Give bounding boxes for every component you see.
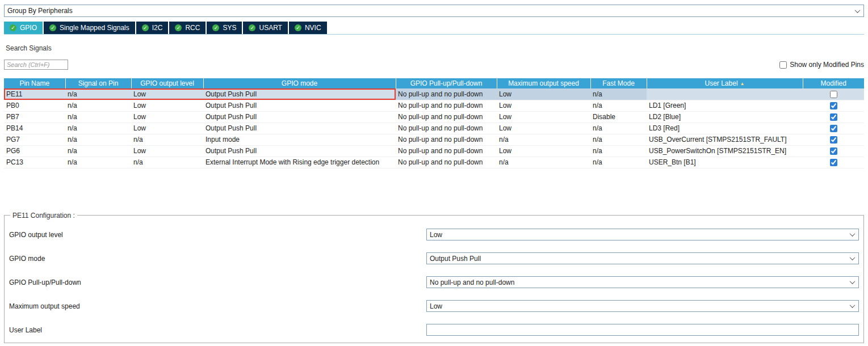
column-header-gpio-mode[interactable]: GPIO mode — [203, 78, 396, 88]
group-by-select[interactable]: Group By Peripherals — [4, 5, 864, 17]
search-input[interactable] — [4, 60, 68, 70]
cell-pull: No pull-up and no pull-down — [396, 157, 497, 168]
cell-fast: n/a — [590, 100, 647, 111]
tab-rcc[interactable]: RCC — [169, 22, 206, 34]
cell-signal: n/a — [65, 111, 131, 123]
chevron-down-icon — [850, 255, 856, 260]
select-value: Output Push Pull — [430, 255, 481, 263]
gpio-mode-select[interactable]: Output Push Pull — [426, 252, 859, 264]
pin-row-pg7[interactable]: PG7n/an/aInput modeNo pull-up and no pul… — [4, 134, 864, 145]
chevron-down-icon — [855, 7, 861, 13]
tab-label: SYS — [223, 24, 236, 32]
column-header-gpio-pull-up-pull-down[interactable]: GPIO Pull-up/Pull-down — [396, 78, 497, 88]
cell-level: n/a — [131, 157, 203, 168]
check-circle-icon — [49, 24, 56, 31]
pin-row-pb7[interactable]: PB7n/aLowOutput Push PullNo pull-up and … — [4, 111, 864, 123]
check-circle-icon — [142, 24, 149, 31]
show-modified-checkbox[interactable] — [779, 61, 787, 69]
config-field-label: GPIO Pull-up/Pull-down — [9, 279, 426, 286]
cell-speed: n/a — [497, 134, 590, 145]
cell-signal: n/a — [65, 157, 131, 168]
cell-pull: No pull-up and no pull-down — [396, 123, 497, 134]
column-header-label: User Label — [705, 79, 738, 87]
cell-modified — [803, 88, 864, 100]
show-modified-label: Show only Modified Pins — [790, 61, 864, 69]
config-rows: GPIO output levelLowGPIO modeOutput Push… — [9, 223, 859, 342]
select-value: No pull-up and no pull-down — [430, 279, 514, 286]
tab-gpio[interactable]: GPIO — [4, 22, 43, 34]
table-header-row: Pin NameSignal on PinGPIO output levelGP… — [4, 78, 864, 88]
cell-modified — [803, 111, 864, 123]
cell-user-label: USB_PowerSwitchOn [STMPS2151STR_EN] — [647, 145, 803, 157]
show-only-modified-pins[interactable]: Show only Modified Pins — [779, 61, 864, 69]
tab-i2c[interactable]: I2C — [136, 22, 169, 34]
maximum-output-speed-select[interactable]: Low — [426, 300, 859, 312]
column-header-user-label[interactable]: User Label▲ — [647, 78, 803, 88]
config-row-gpio-mode: GPIO modeOutput Push Pull — [9, 247, 859, 271]
column-header-label: GPIO output level — [140, 79, 194, 87]
tab-label: NVIC — [305, 24, 321, 32]
modified-checkbox-pc13[interactable] — [830, 159, 837, 166]
modified-checkbox-pg6[interactable] — [830, 147, 837, 155]
pin-row-pb0[interactable]: PB0n/aLowOutput Push PullNo pull-up and … — [4, 100, 864, 111]
config-field-label: Maximum output speed — [9, 302, 426, 310]
column-header-label: GPIO mode — [282, 79, 317, 87]
cell-pin: PG7 — [4, 134, 65, 145]
modified-checkbox-pb7[interactable] — [830, 113, 837, 121]
pin-row-pb14[interactable]: PB14n/aLowOutput Push PullNo pull-up and… — [4, 123, 864, 134]
cell-user-label: USB_OverCurrent [STMPS2151STR_FAULT] — [647, 134, 803, 145]
user-label-input[interactable] — [426, 324, 859, 336]
group-by-value: Group By Peripherals — [7, 7, 73, 15]
pin-row-pg6[interactable]: PG6n/aLowOutput Push PullNo pull-up and … — [4, 145, 864, 157]
cell-signal: n/a — [65, 100, 131, 111]
tab-sys[interactable]: SYS — [207, 22, 242, 34]
cell-fast: n/a — [590, 145, 647, 157]
column-header-gpio-output-level[interactable]: GPIO output level — [131, 78, 203, 88]
check-circle-icon — [212, 24, 219, 31]
gpio-output-level-select[interactable]: Low — [426, 229, 859, 240]
cell-pin: PE11 — [4, 88, 65, 100]
check-circle-icon — [249, 24, 255, 31]
column-header-label: Signal on Pin — [78, 79, 119, 87]
column-header-signal-on-pin[interactable]: Signal on Pin — [65, 78, 131, 88]
pin-row-pc13[interactable]: PC13n/an/aExternal Interrupt Mode with R… — [4, 157, 864, 168]
search-signals-label: Search Signals — [4, 44, 864, 52]
cell-fast: Disable — [590, 111, 647, 123]
cell-pull: No pull-up and no pull-down — [396, 88, 497, 100]
cell-level: Low — [131, 145, 203, 157]
check-circle-icon — [295, 24, 301, 31]
cell-mode: Output Push Pull — [203, 100, 396, 111]
cell-level: Low — [131, 111, 203, 123]
pin-row-pe11[interactable]: PE11n/aLowOutput Push PullNo pull-up and… — [4, 88, 864, 100]
chevron-down-icon — [850, 302, 856, 308]
gpio-pull-up-pull-down-select[interactable]: No pull-up and no pull-down — [426, 276, 859, 288]
config-field-label: User Label — [9, 326, 426, 334]
cell-speed: Low — [497, 123, 590, 134]
select-value: Low — [430, 231, 442, 239]
cell-mode: Output Push Pull — [203, 88, 396, 100]
column-header-label: Pin Name — [19, 79, 49, 87]
select-value: Low — [430, 302, 442, 310]
column-header-label: Maximum output speed — [508, 79, 579, 87]
column-header-maximum-output-speed[interactable]: Maximum output speed — [497, 78, 590, 88]
cell-fast: n/a — [590, 88, 647, 100]
column-header-pin-name[interactable]: Pin Name — [4, 78, 65, 88]
config-field-label: GPIO mode — [9, 255, 426, 263]
cell-speed: Low — [497, 100, 590, 111]
column-header-fast-mode[interactable]: Fast Mode — [590, 78, 647, 88]
cell-mode: Input mode — [203, 134, 396, 145]
column-header-label: GPIO Pull-up/Pull-down — [410, 79, 483, 87]
modified-checkbox-pb0[interactable] — [830, 102, 837, 109]
column-header-modified[interactable]: Modified — [803, 78, 864, 88]
cell-pull: No pull-up and no pull-down — [396, 100, 497, 111]
modified-checkbox-pb14[interactable] — [830, 125, 837, 132]
cell-pin: PB14 — [4, 123, 65, 134]
cell-fast: n/a — [590, 134, 647, 145]
modified-checkbox-pe11[interactable] — [830, 91, 837, 98]
cell-speed: Low — [497, 111, 590, 123]
tab-usart[interactable]: USART — [243, 22, 287, 34]
tab-nvic[interactable]: NVIC — [289, 22, 327, 34]
modified-checkbox-pg7[interactable] — [830, 136, 837, 144]
tab-single-mapped-signals[interactable]: Single Mapped Signals — [44, 22, 135, 34]
config-row-gpio-pull-up-pull-down: GPIO Pull-up/Pull-downNo pull-up and no … — [9, 271, 859, 294]
